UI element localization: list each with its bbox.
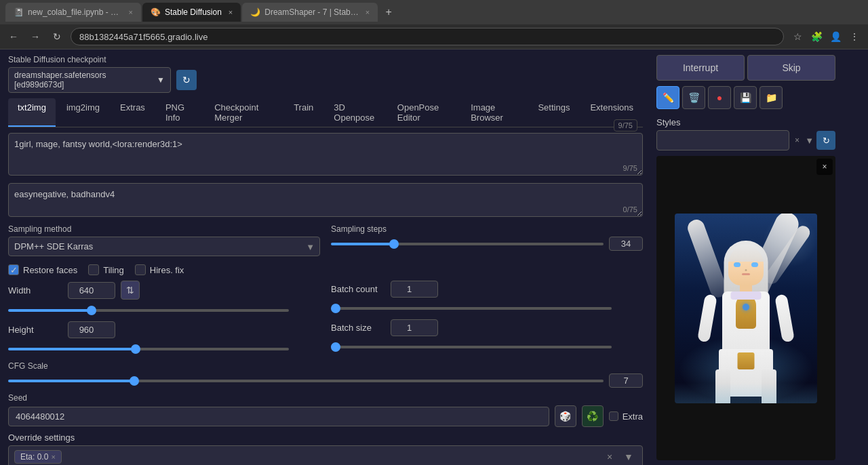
checkpoint-row: dreamshaper.safetensors [ed989d673d] ▼ ↻	[8, 67, 643, 93]
dimensions-col: Width ⇅ Height	[8, 281, 320, 356]
tab-train[interactable]: Train	[284, 98, 323, 127]
seed-input[interactable]	[8, 407, 549, 426]
tab-img2img[interactable]: img2img	[57, 98, 109, 127]
image-close-button[interactable]: ×	[816, 159, 833, 175]
tab-bar: 📓 new_colab_file.ipynb - Collabora... × …	[0, 0, 868, 24]
override-expand-button[interactable]: ▼	[620, 449, 637, 465]
batch-size-row: Batch size	[331, 319, 643, 336]
extra-checkbox[interactable]: Extra	[609, 411, 643, 422]
height-slider[interactable]	[8, 348, 289, 350]
sampling-controls: Sampling method DPM++ SDE Karras DPM++ 2…	[8, 224, 643, 256]
main-content: Stable Diffusion checkpoint dreamshaper.…	[0, 49, 868, 465]
cfg-scale-value: 7	[609, 373, 643, 388]
width-slider[interactable]	[8, 309, 289, 312]
sampling-method-label: Sampling method	[8, 224, 320, 234]
tab-3d-openpose[interactable]: 3D Openpose	[324, 98, 387, 127]
url-bar[interactable]: 88b1382445a71f5665.gradio.live	[71, 28, 784, 45]
nav-tabs: txt2img img2img Extras PNG Info Checkpoi…	[8, 98, 643, 127]
negative-prompt-input[interactable]: easynegative, badhandv4	[8, 183, 643, 217]
figure-container	[702, 241, 790, 403]
cfg-scale-slider-row: 7	[8, 373, 643, 388]
sampling-steps-slider-row: 34	[331, 237, 643, 251]
folder-tool-button[interactable]: 📁	[760, 86, 783, 109]
sampling-steps-value: 34	[609, 237, 643, 251]
save-tool-button[interactable]: 💾	[734, 86, 757, 109]
positive-counter: 9/75	[614, 119, 637, 132]
batch-count-slider[interactable]	[331, 307, 612, 310]
browser-actions: ☆ 🧩 👤 ⋮	[789, 28, 863, 45]
tiling-checkbox[interactable]: Tiling	[88, 264, 124, 275]
forward-button[interactable]: →	[27, 28, 43, 45]
tab-colab-favicon: 📓	[14, 7, 24, 17]
override-bar: Eta: 0.0 × × ▼	[8, 445, 643, 465]
tab-txt2img[interactable]: txt2img	[8, 98, 56, 127]
armor-center	[736, 295, 756, 329]
tab-openpose-editor[interactable]: OpenPose Editor	[388, 98, 460, 127]
batch-size-input[interactable]	[391, 319, 438, 336]
styles-input[interactable]	[656, 130, 789, 150]
cfg-scale-slider[interactable]	[8, 380, 604, 382]
seed-row: 🎲 ♻️ Extra	[8, 405, 643, 427]
sampling-method-select[interactable]: DPM++ SDE Karras DPM++ 2M Karras Euler a…	[8, 237, 320, 256]
tab-stable-close[interactable]: ×	[229, 8, 233, 16]
anime-image	[675, 214, 817, 403]
trash-tool-button[interactable]: 🗑️	[682, 86, 705, 109]
override-tag-eta-label: Eta: 0.0	[20, 452, 48, 462]
styles-clear-button[interactable]: ×	[792, 136, 802, 145]
restore-faces-check-icon: ✓	[8, 264, 19, 275]
fire-tool-button[interactable]: ●	[708, 86, 731, 109]
hires-fix-checkbox[interactable]: Hires. fix	[135, 264, 184, 275]
seed-recycle-button[interactable]: ♻️	[582, 405, 604, 427]
new-tab-button[interactable]: +	[379, 3, 398, 22]
bookmark-button[interactable]: ☆	[789, 28, 806, 45]
left-eye	[734, 262, 741, 267]
restore-faces-checkbox[interactable]: ✓ Restore faces	[8, 264, 77, 275]
styles-dropdown-icon[interactable]: ▼	[805, 136, 814, 146]
tab-extras[interactable]: Extras	[111, 98, 155, 127]
menu-button[interactable]: ⋮	[846, 28, 863, 45]
height-row: Height	[8, 321, 320, 338]
interrupt-button[interactable]: Interrupt	[656, 55, 745, 81]
tab-image-browser[interactable]: Image Browser	[461, 98, 527, 127]
override-clear-button[interactable]: ×	[601, 449, 618, 465]
seed-dice-button[interactable]: 🎲	[555, 405, 576, 427]
sampling-steps-slider[interactable]	[331, 243, 604, 245]
override-section: Override settings Eta: 0.0 × × ▼	[8, 432, 643, 465]
override-tag-eta-remove[interactable]: ×	[51, 453, 55, 461]
tab-colab[interactable]: 📓 new_colab_file.ipynb - Collabora... ×	[5, 3, 141, 22]
checkpoint-value: dreamshaper.safetensors [ed989d673d]	[14, 70, 157, 89]
close-icon: ×	[822, 162, 827, 171]
browser-chrome: 📓 new_colab_file.ipynb - Collabora... × …	[0, 0, 868, 49]
sampling-steps-slider-container	[331, 237, 604, 251]
tab-stable-label: Stable Diffusion	[165, 7, 222, 17]
profile-button[interactable]: 👤	[827, 28, 844, 45]
positive-prompt-input[interactable]: 1girl, mage, fantsy world,<lora:render3d…	[8, 133, 643, 176]
tab-dream-label: DreamShaper - 7 | Stable Diffusio...	[264, 7, 359, 17]
tiling-check-icon	[88, 264, 99, 275]
tab-dream[interactable]: 🌙 DreamShaper - 7 | Stable Diffusio... ×	[242, 3, 378, 22]
width-input[interactable]	[68, 282, 115, 299]
pencil-tool-button[interactable]: ✏️	[656, 86, 679, 109]
sampling-method-group: Sampling method DPM++ SDE Karras DPM++ 2…	[8, 224, 320, 256]
back-button[interactable]: ←	[5, 28, 22, 45]
styles-refresh-button[interactable]: ↻	[816, 131, 835, 150]
swap-dimensions-button[interactable]: ⇅	[121, 281, 140, 300]
batch-count-input[interactable]	[391, 281, 438, 298]
tab-png-info[interactable]: PNG Info	[156, 98, 203, 127]
tab-settings[interactable]: Settings	[528, 98, 579, 127]
checkpoint-select[interactable]: dreamshaper.safetensors [ed989d673d] ▼	[8, 67, 171, 93]
gem	[743, 304, 749, 310]
extensions-button[interactable]: 🧩	[808, 28, 825, 45]
width-row: Width ⇅	[8, 281, 320, 300]
tab-stable[interactable]: 🎨 Stable Diffusion ×	[142, 3, 241, 22]
height-input[interactable]	[68, 321, 115, 338]
tab-colab-close[interactable]: ×	[129, 8, 133, 16]
save-icon: 💾	[740, 92, 751, 103]
tab-checkpoint-merger[interactable]: Checkpoint Merger	[205, 98, 283, 127]
tab-dream-close[interactable]: ×	[366, 8, 370, 16]
sampling-steps-group: Sampling steps 34	[331, 224, 643, 256]
reload-button[interactable]: ↻	[49, 28, 65, 45]
batch-size-slider[interactable]	[331, 346, 612, 348]
skip-button[interactable]: Skip	[747, 55, 835, 81]
checkpoint-refresh-button[interactable]: ↻	[176, 70, 197, 90]
